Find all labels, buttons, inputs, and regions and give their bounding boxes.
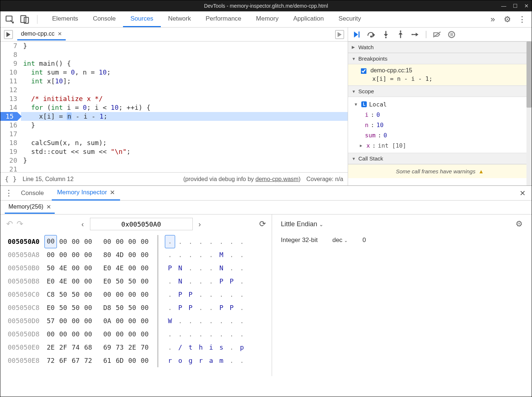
ascii-char[interactable]: . bbox=[227, 288, 237, 301]
hex-byte[interactable]: 00 bbox=[57, 314, 69, 328]
ascii-char[interactable]: . bbox=[206, 328, 216, 341]
code-line[interactable]: std::cout << sum << "\n"; bbox=[21, 147, 348, 156]
hex-byte[interactable]: 61 bbox=[101, 354, 113, 367]
hex-byte[interactable]: 00 bbox=[138, 235, 151, 248]
ascii-char[interactable]: . bbox=[206, 301, 216, 314]
close-drawer-icon[interactable]: ✕ bbox=[518, 187, 527, 199]
hex-byte[interactable]: 00 bbox=[126, 288, 138, 301]
ascii-char[interactable]: . bbox=[216, 288, 227, 301]
ascii-char[interactable]: p bbox=[237, 341, 247, 354]
ascii-char[interactable]: M bbox=[216, 248, 227, 261]
ascii-char[interactable]: . bbox=[227, 235, 237, 248]
ascii-char[interactable]: . bbox=[165, 248, 175, 261]
ascii-char[interactable]: P bbox=[227, 275, 237, 288]
hex-byte[interactable]: 00 bbox=[113, 314, 126, 328]
hex-byte[interactable]: 70 bbox=[138, 341, 151, 354]
hex-byte[interactable]: 00 bbox=[69, 248, 82, 261]
breakpoint-checkbox[interactable] bbox=[361, 68, 367, 74]
kebab-menu-icon[interactable]: ⋮ bbox=[517, 14, 527, 25]
resume-icon[interactable] bbox=[352, 30, 361, 39]
hex-byte[interactable]: 00 bbox=[138, 248, 151, 261]
ascii-char[interactable]: . bbox=[237, 328, 247, 341]
hex-byte[interactable]: 00 bbox=[101, 328, 113, 341]
code-line[interactable]: for (int i = 0; i < 10; ++i) { bbox=[21, 103, 348, 112]
gutter-line[interactable]: 13 bbox=[0, 94, 17, 103]
ascii-char[interactable]: P bbox=[175, 288, 185, 301]
code-line[interactable]: int main() { bbox=[21, 59, 348, 68]
ascii-char[interactable]: . bbox=[227, 328, 237, 341]
ascii-char[interactable]: N bbox=[216, 261, 227, 275]
hex-byte[interactable]: 4D bbox=[113, 248, 126, 261]
hex-grid[interactable]: 005050A00000000000000000........005050A8… bbox=[0, 234, 272, 369]
ascii-char[interactable]: . bbox=[237, 261, 247, 275]
hex-byte[interactable]: 72 bbox=[82, 354, 94, 367]
ascii-char[interactable]: N bbox=[175, 275, 185, 288]
scope-local-header[interactable]: ▼LLocal bbox=[355, 99, 528, 109]
hex-byte[interactable]: 00 bbox=[138, 301, 151, 314]
gutter-line[interactable]: 17 bbox=[0, 130, 17, 138]
ascii-char[interactable]: W bbox=[165, 314, 175, 328]
hex-byte[interactable]: 00 bbox=[82, 261, 94, 275]
hex-byte[interactable]: 6F bbox=[57, 354, 69, 367]
device-toggle-icon[interactable] bbox=[19, 14, 30, 25]
ascii-char[interactable]: . bbox=[165, 301, 175, 314]
address-input[interactable] bbox=[90, 218, 193, 230]
gutter-line[interactable]: 11 bbox=[0, 77, 17, 86]
hex-byte[interactable]: 00 bbox=[138, 288, 151, 301]
ascii-char[interactable]: t bbox=[185, 341, 196, 354]
ascii-char[interactable]: i bbox=[206, 341, 216, 354]
ascii-char[interactable]: . bbox=[185, 248, 196, 261]
ascii-char[interactable]: . bbox=[237, 301, 247, 314]
main-tab-memory[interactable]: Memory bbox=[249, 11, 286, 27]
drawer-tab-console[interactable]: Console bbox=[16, 187, 49, 200]
ascii-char[interactable]: P bbox=[175, 301, 185, 314]
next-page-icon[interactable]: › bbox=[196, 220, 204, 228]
hex-byte[interactable]: 72 bbox=[44, 354, 57, 367]
ascii-char[interactable]: . bbox=[237, 354, 247, 367]
code-line[interactable]: } bbox=[21, 156, 348, 165]
hex-byte[interactable]: 00 bbox=[113, 235, 126, 248]
code-editor[interactable]: 789101112131415161718192021 } int main()… bbox=[0, 41, 348, 172]
endianness-selector[interactable]: Little Endian ⌄ bbox=[281, 220, 323, 228]
ascii-char[interactable]: . bbox=[165, 328, 175, 341]
ascii-char[interactable]: . bbox=[237, 314, 247, 328]
gutter-line[interactable]: 20 bbox=[0, 156, 17, 165]
hex-byte[interactable]: 00 bbox=[69, 261, 82, 275]
gutter-line[interactable]: 10 bbox=[0, 68, 17, 77]
hex-byte[interactable]: 00 bbox=[82, 288, 94, 301]
scope-var-sum[interactable]: sum: 0 bbox=[355, 130, 528, 140]
hex-byte[interactable]: 00 bbox=[82, 328, 94, 341]
ascii-char[interactable]: . bbox=[227, 314, 237, 328]
step-over-icon[interactable] bbox=[367, 30, 375, 39]
hex-byte[interactable]: 2F bbox=[57, 341, 69, 354]
hex-byte[interactable]: 00 bbox=[138, 354, 151, 367]
redo-icon[interactable]: ↷ bbox=[17, 219, 23, 229]
hex-byte[interactable]: 00 bbox=[82, 275, 94, 288]
ascii-char[interactable]: o bbox=[175, 354, 185, 367]
gutter-line[interactable]: 8 bbox=[0, 50, 17, 59]
ascii-char[interactable]: P bbox=[165, 261, 175, 275]
ascii-char[interactable]: . bbox=[206, 261, 216, 275]
ascii-char[interactable]: s bbox=[216, 341, 227, 354]
ascii-char[interactable]: h bbox=[196, 341, 206, 354]
ascii-char[interactable]: . bbox=[165, 235, 175, 248]
ascii-char[interactable]: P bbox=[185, 301, 196, 314]
hex-byte[interactable]: 00 bbox=[126, 328, 138, 341]
drawer-kebab-icon[interactable]: ⋮ bbox=[5, 188, 13, 198]
hex-byte[interactable]: 50 bbox=[126, 275, 138, 288]
hex-byte[interactable]: 00 bbox=[82, 248, 94, 261]
ascii-char[interactable]: . bbox=[216, 328, 227, 341]
breakpoints-section-header[interactable]: ▼Breakpoints bbox=[348, 53, 532, 64]
wasm-link[interactable]: demo-cpp.wasm bbox=[256, 176, 298, 182]
ascii-char[interactable]: . bbox=[196, 328, 206, 341]
ascii-char[interactable]: N bbox=[175, 261, 185, 275]
hex-byte[interactable]: 50 bbox=[126, 301, 138, 314]
ascii-char[interactable]: . bbox=[185, 235, 196, 248]
prev-page-icon[interactable]: ‹ bbox=[79, 220, 87, 228]
ascii-char[interactable]: . bbox=[185, 314, 196, 328]
gutter-line[interactable]: 12 bbox=[0, 86, 17, 94]
ascii-char[interactable]: . bbox=[216, 314, 227, 328]
navigator-toggle-icon[interactable] bbox=[4, 30, 13, 39]
code-line[interactable]: x[i] = n - i - 1; bbox=[21, 112, 348, 121]
code-line[interactable]: } bbox=[21, 121, 348, 130]
